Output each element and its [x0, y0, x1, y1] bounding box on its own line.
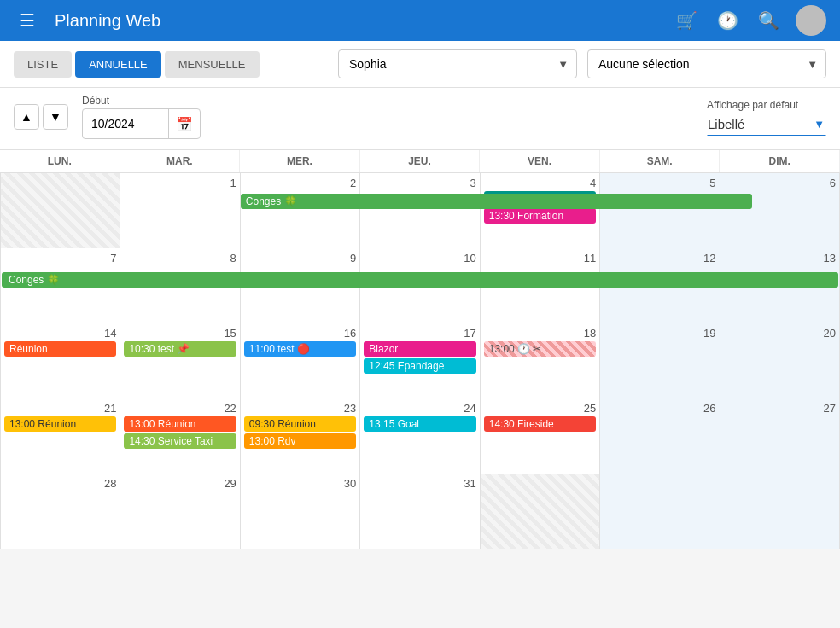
day-num: 13: [724, 252, 836, 265]
avatar[interactable]: [796, 5, 826, 36]
day-num: 31: [364, 477, 475, 490]
cal-cell-w5d4[interactable]: [481, 474, 599, 549]
day-num: 29: [124, 477, 236, 490]
cal-cell-w3d3[interactable]: 17 Blazor 12:45 Epandage: [360, 323, 479, 398]
display-wrap: Affichage par défaut Libellé Durée Titre…: [707, 99, 826, 136]
tab-liste[interactable]: LISTE: [14, 51, 72, 78]
cal-cell-w3d0[interactable]: 14 Réunion: [1, 323, 120, 398]
cal-cell-w3d5[interactable]: 19: [600, 323, 719, 398]
cal-cell-w1d3[interactable]: 3: [360, 173, 479, 248]
date-nav: ▲ ▼: [14, 104, 68, 130]
cal-cell-w1d1[interactable]: 1: [120, 173, 239, 248]
calendar-header: LUN. MAR. MER. JEU. VEN. SAM. DIM.: [0, 150, 840, 173]
day-num: 26: [604, 402, 715, 415]
cal-cell-w5d0[interactable]: 28: [1, 474, 120, 549]
event-goal24[interactable]: 13:15 Goal: [364, 416, 475, 432]
day-num: 10: [364, 252, 475, 265]
day-num: 3: [364, 177, 475, 189]
cal-cell-w5d3[interactable]: 31: [360, 474, 479, 549]
cal-cell-w1d2[interactable]: 2 Conges 🍀: [241, 173, 359, 248]
week-row-5: 28 29 30 31: [1, 474, 839, 549]
cal-cell-w3d2[interactable]: 16 11:00 test 🔴: [241, 323, 359, 398]
tab-annuelle[interactable]: ANNUELLE: [75, 51, 161, 78]
day-num: 11: [484, 252, 596, 265]
day-num: 22: [124, 402, 236, 415]
cal-cell-w4d4[interactable]: 25 14:30 Fireside: [481, 398, 599, 474]
cal-cell-w4d5[interactable]: 26: [600, 398, 719, 474]
day-num: 5: [604, 177, 715, 189]
day-num: 12: [604, 252, 715, 265]
day-num: 7: [4, 252, 116, 265]
cal-cell-w1d5[interactable]: 5: [600, 173, 719, 248]
event-blazor[interactable]: Blazor: [364, 341, 475, 357]
day-header-dim: DIM.: [720, 150, 840, 172]
day-num: 1: [124, 177, 236, 189]
event-conges-w1[interactable]: Conges 🍀: [241, 194, 753, 209]
day-num: 8: [124, 252, 236, 265]
event-reunion21[interactable]: 13:00 Réunion: [4, 416, 116, 432]
cal-cell-w1d4[interactable]: 4 10:00 Amination 13:30 Formation: [481, 173, 599, 248]
app-container: ☰ Planning Web 🛒 🕐 🔍 LISTE ANNUELLE MENS…: [0, 0, 840, 628]
person-dropdown-wrap: Sophia ▼: [338, 49, 577, 78]
cal-cell-w3d4[interactable]: 18 13:00 🕐 ✂: [481, 323, 599, 398]
day-num: 9: [244, 252, 356, 265]
cal-cell-w4d6[interactable]: 27: [720, 398, 839, 474]
view-tabs: LISTE ANNUELLE MENSUELLE: [14, 51, 260, 78]
event-formation[interactable]: 13:30 Formation: [484, 208, 596, 224]
cal-cell-w1d0[interactable]: [1, 173, 120, 248]
day-header-mer: MER.: [240, 150, 360, 172]
calendar-icon[interactable]: 📅: [168, 109, 200, 138]
event-service-taxi[interactable]: 14:30 Service Taxi: [124, 433, 236, 449]
event-fireside25[interactable]: 14:30 Fireside: [484, 416, 596, 432]
day-num: 2: [244, 177, 356, 189]
history-icon[interactable]: 🕐: [714, 7, 741, 34]
cal-cell-w5d6[interactable]: [720, 474, 839, 549]
event-epandage[interactable]: 12:45 Epandage: [364, 358, 475, 374]
cal-cell-w5d2[interactable]: 30: [241, 474, 359, 549]
event-1300-18[interactable]: 13:00 🕐 ✂: [484, 341, 596, 357]
display-dropdown[interactable]: Libellé Durée Titre: [707, 113, 826, 136]
event-conges-w2[interactable]: Conges 🍀: [2, 272, 838, 288]
cal-cell-w3d6[interactable]: 20: [720, 323, 839, 398]
event-reunion22[interactable]: 13:00 Réunion: [124, 416, 236, 432]
app-header: ☰ Planning Web 🛒 🕐 🔍: [0, 0, 840, 41]
day-num: 4: [484, 177, 596, 189]
day-num: 20: [724, 327, 836, 340]
cal-cell-w5d1[interactable]: 29: [120, 474, 239, 549]
cal-cell-w1d6[interactable]: 6: [720, 173, 839, 248]
event-reunion14[interactable]: Réunion: [4, 341, 116, 357]
day-num: 30: [244, 477, 356, 490]
date-input[interactable]: [83, 112, 168, 136]
search-icon[interactable]: 🔍: [755, 7, 782, 34]
cal-cell-w4d2[interactable]: 23 09:30 Réunion 13:00 Rdv: [241, 398, 359, 474]
cal-cell-w4d3[interactable]: 24 13:15 Goal: [360, 398, 479, 474]
category-dropdown[interactable]: Aucune sélection: [587, 49, 826, 78]
top-controls: LISTE ANNUELLE MENSUELLE Sophia ▼ Aucune…: [0, 41, 840, 88]
debut-label: Début: [82, 95, 201, 107]
day-num: 23: [244, 402, 356, 415]
day-num: 19: [604, 327, 715, 340]
menu-icon[interactable]: ☰: [14, 7, 41, 34]
person-dropdown[interactable]: Sophia: [338, 49, 577, 78]
event-test16[interactable]: 11:00 test 🔴: [244, 341, 356, 357]
day-header-mar: MAR.: [120, 150, 241, 172]
date-prev-btn[interactable]: ▲: [14, 104, 39, 130]
week-row-1: 1 2 Conges 🍀 3 4 10:00 Amination 13:30 F…: [1, 173, 839, 248]
date-next-btn[interactable]: ▼: [43, 104, 68, 130]
day-num: 21: [4, 402, 116, 415]
day-num: 27: [724, 402, 836, 415]
tab-mensuelle[interactable]: MENSUELLE: [165, 51, 260, 78]
week-row-2: 7 8 9 10 11 12: [1, 248, 839, 323]
event-test15[interactable]: 10:30 test 📌: [124, 341, 236, 357]
day-num: 17: [364, 327, 475, 340]
week-row-4: 21 13:00 Réunion 22 13:00 Réunion 14:30 …: [1, 398, 839, 474]
day-num: 18: [484, 327, 596, 340]
event-rdv23[interactable]: 13:00 Rdv: [244, 433, 356, 449]
filter-row: ▲ ▼ Début 📅 Affichage par défaut Libellé…: [0, 88, 840, 150]
event-reunion23[interactable]: 09:30 Réunion: [244, 416, 356, 432]
cal-cell-w4d1[interactable]: 22 13:00 Réunion 14:30 Service Taxi: [120, 398, 239, 474]
cal-cell-w5d5[interactable]: [600, 474, 719, 549]
cal-cell-w3d1[interactable]: 15 10:30 test 📌: [120, 323, 239, 398]
cart-icon[interactable]: 🛒: [673, 7, 700, 34]
cal-cell-w4d0[interactable]: 21 13:00 Réunion: [1, 398, 120, 474]
